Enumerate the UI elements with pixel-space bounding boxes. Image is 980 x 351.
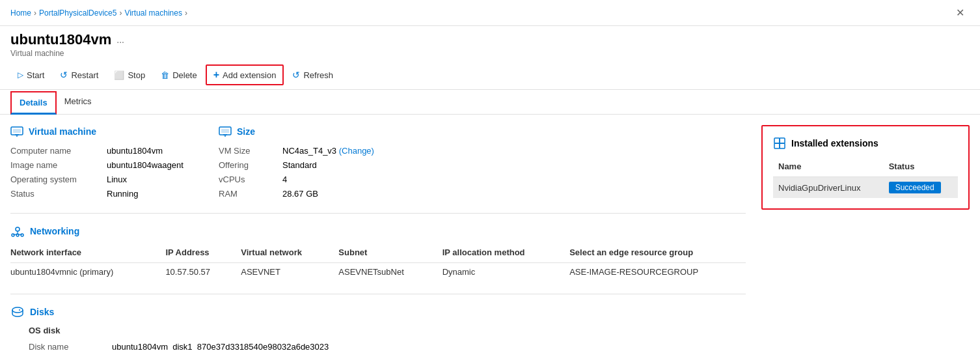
installed-ext-box2: Installed extensions Name Status NvidiaG… xyxy=(761,125,970,210)
net-td4: ASEVNETsubNet xyxy=(338,263,442,281)
val-os: Linux xyxy=(107,173,193,186)
size-icon2 xyxy=(219,125,232,138)
ext-th-status: Status xyxy=(884,159,958,177)
ext-status-badge2: Succeeded xyxy=(889,182,941,193)
breadcrumb-sep-3: › xyxy=(185,8,187,18)
val-status: Running xyxy=(107,188,193,200)
refresh-button[interactable]: ↺ Refresh xyxy=(285,66,340,84)
vm-icon2 xyxy=(10,125,23,138)
refresh-label: Refresh xyxy=(303,70,333,80)
lbl-vcpus: vCPUs xyxy=(219,173,277,186)
val-cname: ubuntu1804vm xyxy=(107,145,193,157)
val-ram: 28.67 GB xyxy=(282,188,388,200)
svg-point-21 xyxy=(16,227,20,231)
tab-details[interactable]: Details xyxy=(10,91,57,115)
breadcrumb-portal[interactable]: PortalPhysicalDevice5 xyxy=(39,8,116,18)
svg-rect-30 xyxy=(774,138,780,143)
breadcrumb-sep-1: › xyxy=(34,8,36,18)
toolbar: ▷ Start ↺ Restart ⬜ Stop 🗑 Delete + Add … xyxy=(0,61,980,90)
ext-data-row: NvidiaGpuDriverLinux Succeeded xyxy=(773,177,958,199)
restart-label: Restart xyxy=(71,70,98,80)
right-panel2: Installed extensions Name Status NvidiaG… xyxy=(761,125,970,351)
lbl-os: Operating system xyxy=(10,173,102,186)
lbl-status: Status xyxy=(10,188,102,200)
net-td2: 10.57.50.57 xyxy=(165,263,241,281)
vm-type: Virtual machine xyxy=(10,49,970,58)
ext-icon2 xyxy=(773,137,786,150)
breadcrumb-sep-2: › xyxy=(119,8,122,18)
net-data-row: ubuntu1804vmnic (primary) 10.57.50.57 AS… xyxy=(10,263,746,281)
net-td5: Dynamic xyxy=(442,263,570,281)
disks-title2: Disks xyxy=(30,307,54,317)
vm-name: ubuntu1804vm xyxy=(10,31,111,48)
stop-label: Stop xyxy=(128,70,145,80)
val-offering: Standard xyxy=(282,159,388,171)
header: ubuntu1804vm ... Virtual machine xyxy=(0,26,980,61)
net-td3: ASEVNET xyxy=(241,263,338,281)
net-td1: ubuntu1804vmnic (primary) xyxy=(10,263,165,281)
svg-rect-31 xyxy=(780,138,785,143)
restart-button[interactable]: ↺ Restart xyxy=(53,66,105,84)
delete-icon: 🗑 xyxy=(161,70,169,80)
add-extension-label: Add extension xyxy=(223,70,276,80)
network-icon2 xyxy=(10,224,25,238)
ext-td-status: Succeeded xyxy=(884,177,958,199)
breadcrumb-vms[interactable]: Virtual machines xyxy=(124,8,182,18)
svg-rect-18 xyxy=(221,129,229,133)
tab-metrics[interactable]: Metrics xyxy=(57,91,100,114)
divider1 xyxy=(10,213,746,214)
net-col2: IP Address xyxy=(165,245,241,263)
delete-button[interactable]: 🗑 Delete xyxy=(154,66,204,84)
svg-rect-14 xyxy=(13,129,21,133)
lbl-vmsize: VM Size xyxy=(219,145,277,157)
breadcrumb: Home › PortalPhysicalDevice5 › Virtual m… xyxy=(10,8,187,18)
networking-table2: Network interface IP Address Virtual net… xyxy=(10,245,746,281)
ext-th-name: Name xyxy=(773,159,884,177)
stop-button[interactable]: ⬜ Stop xyxy=(107,66,152,84)
ext-table2: Name Status NvidiaGpuDriverLinux Succeed… xyxy=(773,159,958,198)
delete-label: Delete xyxy=(172,70,197,80)
net-col5: IP allocation method xyxy=(442,245,570,263)
lbl-offering: Offering xyxy=(219,159,277,171)
lbl-cname: Computer name xyxy=(10,145,102,157)
add-extension-button[interactable]: + Add extension xyxy=(206,64,284,85)
add-extension-icon: + xyxy=(213,69,219,81)
vm-section-title2: Virtual machine xyxy=(29,126,96,137)
breadcrumb-home[interactable]: Home xyxy=(10,8,31,18)
more-button[interactable]: ... xyxy=(116,35,124,45)
stop-icon: ⬜ xyxy=(114,70,124,80)
svg-point-29 xyxy=(19,309,20,311)
val-vcpus: 4 xyxy=(282,173,388,186)
val-iname: ubuntu1804waagent xyxy=(107,159,193,171)
size-section-title2: Size xyxy=(237,126,255,137)
refresh-icon: ↺ xyxy=(292,70,300,80)
lbl-diskname: Disk name xyxy=(29,341,107,351)
net-td6: ASE-IMAGE-RESOURCEGROUP xyxy=(569,263,746,281)
networking-title2: Networking xyxy=(30,226,79,236)
top-bar: Home › PortalPhysicalDevice5 › Virtual m… xyxy=(0,0,980,26)
ext-td-name: NvidiaGpuDriverLinux xyxy=(773,177,884,199)
change-link2[interactable]: (Change) xyxy=(339,146,374,156)
val-vmsize: NC4as_T4_v3 (Change) xyxy=(282,145,388,157)
start-label: Start xyxy=(27,70,44,80)
start-icon: ▷ xyxy=(18,70,23,79)
net-col6: Select an edge resource group xyxy=(569,245,746,263)
divider2 xyxy=(10,294,746,294)
lbl-ram: RAM xyxy=(219,188,277,200)
disk-icon2 xyxy=(10,305,25,319)
os-disk-title2: OS disk xyxy=(29,326,746,335)
close-button[interactable]: ✕ xyxy=(951,4,970,21)
net-col3: Virtual network xyxy=(241,245,338,263)
val-diskname: ubuntu1804vm_disk1_870e37d3318540e98032a… xyxy=(112,341,746,351)
ext-title2: Installed extensions xyxy=(791,138,878,148)
net-col4: Subnet xyxy=(338,245,442,263)
svg-rect-33 xyxy=(780,143,785,148)
start-button[interactable]: ▷ Start xyxy=(10,66,51,84)
svg-point-28 xyxy=(12,307,23,313)
restart-icon: ↺ xyxy=(60,70,68,80)
tabs-bar: Details Metrics xyxy=(0,91,980,115)
lbl-iname: Image name xyxy=(10,159,102,171)
svg-rect-32 xyxy=(774,143,780,148)
net-col1: Network interface xyxy=(10,245,165,263)
